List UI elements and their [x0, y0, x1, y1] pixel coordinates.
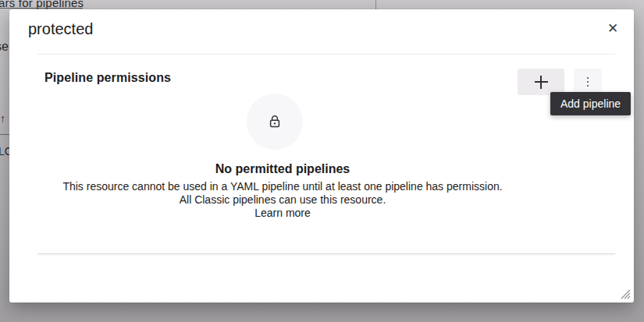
dialog-title: protected	[28, 20, 93, 38]
background-arrow-fragment: ↑	[0, 112, 5, 125]
background-text-fragment: se	[0, 40, 9, 54]
empty-state-description: This resource cannot be used in a YAML p…	[9, 180, 556, 193]
add-pipeline-tooltip: Add pipeline	[550, 92, 631, 115]
resize-grip-icon[interactable]	[618, 287, 631, 299]
close-icon: ✕	[607, 22, 618, 35]
header-divider	[37, 54, 615, 55]
empty-state: No permitted pipelines This resource can…	[9, 162, 556, 220]
background-column-divider-fragment	[375, 0, 376, 9]
close-button[interactable]: ✕	[603, 18, 623, 38]
section-heading: Pipeline permissions	[44, 71, 171, 85]
add-pipeline-button[interactable]	[518, 69, 564, 95]
empty-state-title: No permitted pipelines	[9, 162, 556, 176]
empty-state-description: All Classic pipelines can use this resou…	[9, 193, 556, 207]
pipeline-permissions-dialog: protected ✕ Pipeline permissions Add pip…	[9, 9, 634, 303]
lock-icon	[267, 114, 283, 129]
background-divider-fragment	[0, 8, 83, 9]
content-divider	[37, 253, 615, 254]
empty-state-illustration	[247, 94, 303, 150]
kebab-menu-icon	[587, 77, 589, 87]
learn-more-link[interactable]: Learn more	[254, 207, 311, 220]
more-options-button[interactable]	[574, 69, 602, 95]
plus-icon	[535, 76, 548, 89]
